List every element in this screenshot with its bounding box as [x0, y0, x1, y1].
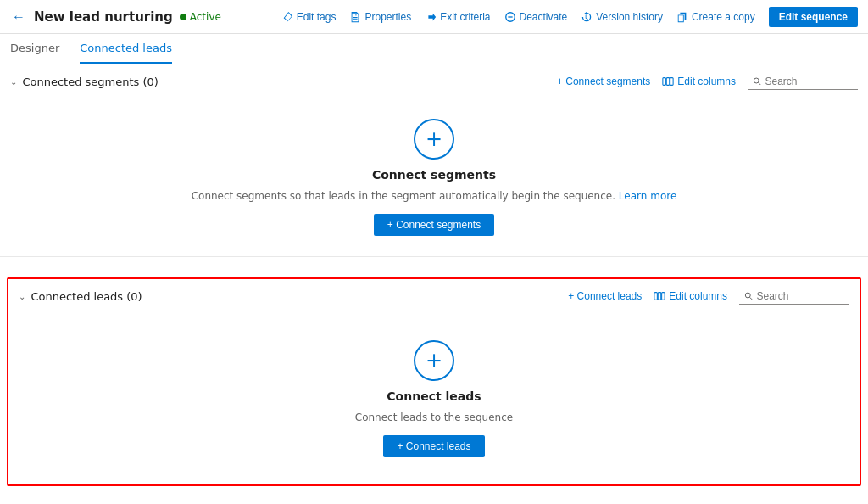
leads-search-input[interactable] [757, 290, 844, 302]
svg-point-4 [754, 78, 759, 83]
segments-search-input[interactable] [765, 76, 853, 87]
connect-segments-header-button[interactable]: + Connect segments [557, 76, 650, 87]
edit-sequence-button[interactable]: Edit sequence [769, 7, 858, 27]
active-dot-icon [180, 14, 186, 20]
top-bar-left: ← New lead nurturing Active [10, 8, 221, 26]
copy-icon [676, 11, 688, 23]
exit-icon [425, 11, 437, 23]
leads-section: ⌄ Connected leads (0) + Connect leads Ed… [7, 277, 861, 486]
segments-chevron-icon[interactable]: ⌄ [10, 77, 17, 87]
segments-section-content: + Connect segments Connect segments so t… [0, 98, 868, 256]
svg-rect-3 [670, 78, 674, 86]
properties-button[interactable]: Properties [349, 11, 411, 23]
leads-content-desc: Connect leads to the sequence [355, 412, 513, 423]
connect-leads-header-button[interactable]: + Connect leads [568, 290, 642, 302]
status-label: Active [190, 11, 221, 23]
svg-rect-7 [662, 293, 665, 300]
svg-rect-6 [659, 293, 662, 300]
doc-icon [349, 11, 361, 23]
segments-search-box [748, 74, 858, 90]
spacer [0, 257, 868, 271]
leads-content-title: Connect leads [387, 389, 481, 403]
create-copy-button[interactable]: Create a copy [676, 11, 755, 23]
leads-section-content: + Connect leads Connect leads to the seq… [8, 313, 860, 484]
edit-columns-segments-label: Edit columns [677, 76, 736, 87]
version-history-button[interactable]: Version history [581, 11, 663, 23]
segments-header-right: + Connect segments Edit columns [557, 74, 858, 90]
tabs-bar: Designer Connected leads [0, 34, 868, 64]
segments-section-header: ⌄ Connected segments (0) + Connect segme… [0, 64, 868, 98]
leads-chevron-icon[interactable]: ⌄ [19, 292, 25, 301]
tab-connected-leads[interactable]: Connected leads [80, 34, 172, 64]
back-button[interactable]: ← [10, 8, 27, 26]
leads-section-title: Connected leads (0) [31, 290, 142, 303]
history-icon [581, 11, 593, 23]
top-bar: ← New lead nurturing Active Edit tags Pr… [0, 0, 868, 34]
create-copy-label: Create a copy [692, 11, 755, 23]
edit-columns-segments-icon [662, 76, 674, 87]
segments-plus-icon: + [414, 119, 454, 160]
segments-header-left: ⌄ Connected segments (0) [10, 76, 159, 88]
edit-columns-leads-icon [654, 290, 665, 302]
edit-columns-leads-label: Edit columns [669, 290, 727, 302]
leads-search-icon [744, 291, 754, 301]
deactivate-button[interactable]: Deactivate [504, 11, 568, 23]
page-title: New lead nurturing [34, 9, 173, 25]
segments-content-desc: Connect segments so that leads in the se… [192, 190, 677, 202]
deactivate-icon [504, 11, 516, 23]
leads-search-box [739, 288, 849, 305]
edit-columns-leads-button[interactable]: Edit columns [654, 290, 727, 302]
edit-tags-button[interactable]: Edit tags [281, 11, 337, 23]
exit-criteria-button[interactable]: Exit criteria [425, 11, 490, 23]
svg-rect-2 [667, 78, 670, 86]
leads-header-right: + Connect leads Edit columns [568, 288, 849, 305]
segments-search-icon [753, 76, 762, 87]
leads-plus-icon: + [414, 340, 454, 381]
deactivate-label: Deactivate [520, 11, 568, 23]
connect-segments-button[interactable]: + Connect segments [374, 214, 494, 236]
edit-columns-segments-button[interactable]: Edit columns [662, 76, 736, 87]
version-history-label: Version history [596, 11, 663, 23]
exit-criteria-label: Exit criteria [440, 11, 490, 23]
segments-section: ⌄ Connected segments (0) + Connect segme… [0, 64, 868, 257]
learn-more-link[interactable]: Learn more [619, 190, 676, 202]
svg-rect-5 [654, 293, 658, 300]
leads-section-header: ⌄ Connected leads (0) + Connect leads Ed… [8, 279, 860, 313]
tab-designer[interactable]: Designer [10, 34, 59, 64]
segments-content-title: Connect segments [372, 168, 496, 182]
properties-label: Properties [364, 11, 411, 23]
svg-rect-1 [663, 78, 666, 86]
leads-header-left: ⌄ Connected leads (0) [19, 290, 142, 303]
connect-leads-button[interactable]: + Connect leads [383, 435, 484, 457]
segments-section-title: Connected segments (0) [22, 76, 158, 88]
top-bar-right: Edit tags Properties Exit criteria Deact… [281, 7, 858, 27]
edit-tags-label: Edit tags [297, 11, 337, 23]
tag-icon [281, 11, 293, 23]
status-badge: Active [180, 11, 221, 23]
svg-point-8 [745, 293, 750, 298]
